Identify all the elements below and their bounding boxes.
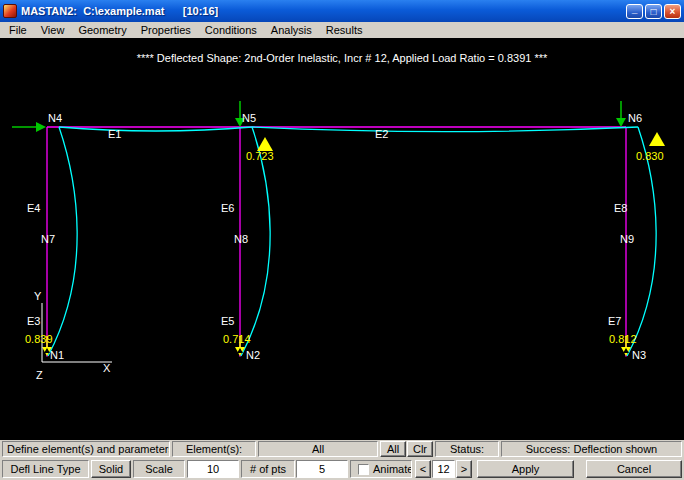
deflected-beam-span2 (252, 127, 638, 132)
node-label-n1: N1 (50, 349, 64, 361)
node-label-n3: N3 (632, 349, 646, 361)
increment-value: 12 (432, 460, 455, 478)
element-label-e4: E4 (27, 202, 40, 214)
menu-item-analysis[interactable]: Analysis (264, 23, 319, 37)
elements-label: Element(s): (172, 441, 256, 457)
axis-label-y: Y (34, 290, 42, 302)
status-label: Status: (435, 441, 499, 457)
menubar: FileViewGeometryPropertiesConditionsAnal… (0, 22, 684, 38)
element-label-e7: E7 (608, 315, 621, 327)
model-viewport[interactable]: **** Deflected Shape: 2nd-Order Inelasti… (0, 38, 684, 440)
close-icon: × (670, 6, 676, 17)
hinge-value-n1: 0.839 (25, 333, 53, 345)
menu-item-geometry[interactable]: Geometry (71, 23, 133, 37)
undeformed-frame (47, 127, 626, 357)
close-button[interactable]: × (664, 4, 681, 19)
hinge-triangle-n5 (257, 137, 273, 151)
menu-item-results[interactable]: Results (319, 23, 370, 37)
prompt-panel: Define element(s) and parameters (2, 441, 170, 457)
vertical-load-arrow-n6 (616, 101, 626, 127)
plot-title: **** Deflected Shape: 2nd-Order Inelasti… (137, 52, 548, 64)
axis-label-x: X (103, 362, 111, 374)
canvas-labels: N4N5N6E1E2E4E6E8N7N8N9E3E5E7N1N2N30.7230… (25, 112, 664, 381)
cancel-button[interactable]: Cancel (586, 460, 682, 478)
node-label-n5: N5 (242, 112, 256, 124)
hinge-value-n6: 0.830 (636, 150, 664, 162)
points-input[interactable] (296, 460, 348, 478)
elements-value-field[interactable]: All (258, 441, 378, 457)
line-type-label: Defl Line Type (2, 460, 89, 478)
node-label-n2: N2 (246, 349, 260, 361)
app-window: MASTAN2: C:\example.mat [10:16] _ □ × Fi… (0, 0, 684, 480)
increment-prev-button[interactable]: < (415, 460, 431, 478)
node-label-n6: N6 (628, 112, 642, 124)
menu-item-view[interactable]: View (34, 23, 72, 37)
animate-label: Animate (373, 463, 412, 475)
element-label-e5: E5 (221, 315, 234, 327)
titlebar[interactable]: MASTAN2: C:\example.mat [10:16] _ □ × (0, 0, 684, 22)
menu-item-file[interactable]: File (2, 23, 34, 37)
maximize-button[interactable]: □ (645, 4, 662, 19)
deflected-shape (48, 127, 656, 356)
window-title: MASTAN2: C:\example.mat [10:16] (21, 5, 626, 17)
maximize-icon: □ (650, 6, 656, 17)
hinge-triangle-n6 (649, 132, 665, 146)
element-label-e8: E8 (614, 202, 627, 214)
status-bar: Define element(s) and parameters Element… (0, 440, 684, 458)
increment-next-button[interactable]: > (456, 460, 472, 478)
apply-button[interactable]: Apply (477, 460, 574, 478)
clear-button[interactable]: Clr (407, 441, 433, 457)
hinge-value-n5: 0.723 (246, 150, 274, 162)
scale-input[interactable] (187, 460, 239, 478)
minimize-button[interactable]: _ (626, 4, 643, 19)
select-all-button[interactable]: All (380, 441, 406, 457)
element-label-e1: E1 (108, 128, 121, 140)
menu-item-properties[interactable]: Properties (134, 23, 198, 37)
window-controls: _ □ × (626, 4, 681, 19)
support-symbols (38, 348, 640, 371)
app-icon (3, 4, 17, 18)
model-canvas[interactable]: **** Deflected Shape: 2nd-Order Inelasti… (0, 38, 684, 440)
hinge-value-n3: 0.812 (609, 333, 637, 345)
lateral-load-arrow-n4 (12, 122, 46, 132)
status-message: Success: Deflection shown (501, 441, 682, 457)
element-label-e3: E3 (27, 315, 40, 327)
node-label-n8: N8 (234, 233, 248, 245)
plastic-hinge-markers (42, 132, 665, 356)
animate-checkbox[interactable] (358, 464, 369, 475)
line-type-button[interactable]: Solid (91, 460, 131, 478)
points-label: # of pts (241, 460, 295, 478)
animate-panel: Animate (350, 460, 412, 478)
node-label-n7: N7 (41, 233, 55, 245)
scale-label: Scale (133, 460, 185, 478)
axis-label-z: Z (36, 369, 43, 381)
hinge-value-n2: 0.714 (223, 333, 251, 345)
node-label-n4: N4 (48, 112, 62, 124)
node-label-n9: N9 (620, 233, 634, 245)
minimize-icon: _ (632, 2, 638, 15)
element-label-e2: E2 (375, 128, 388, 140)
menu-item-conditions[interactable]: Conditions (198, 23, 264, 37)
bottom-toolbar: Defl Line Type Solid Scale # of pts Anim… (0, 458, 684, 480)
element-label-e6: E6 (221, 202, 234, 214)
